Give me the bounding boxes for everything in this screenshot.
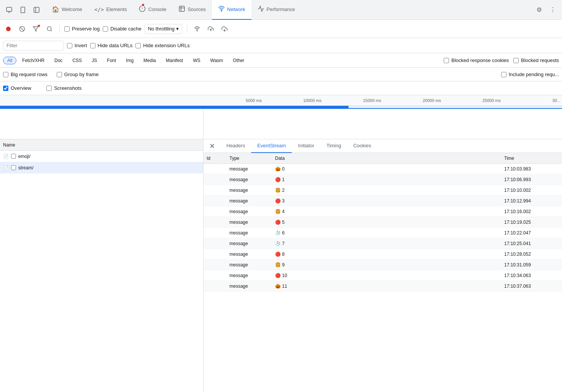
tab-welcome[interactable]: 🏠 Welcome xyxy=(46,0,88,20)
es-row[interactable]: message 🎃 0 17:10:03.983 xyxy=(204,164,562,174)
type-filter-ws[interactable]: WS xyxy=(189,57,204,64)
options-row: Big request rows Group by frame Include … xyxy=(0,68,562,81)
type-filter-css[interactable]: CSS xyxy=(68,57,86,64)
record-button[interactable] xyxy=(3,24,14,34)
tab-performance-label: Performance xyxy=(267,6,295,12)
tab-network[interactable]: Network xyxy=(212,0,252,20)
settings-icon[interactable]: ⚙ xyxy=(533,4,545,16)
tab-sources[interactable]: Sources xyxy=(172,0,212,20)
es-cell-data: 🔴 10 xyxy=(272,273,501,278)
group-by-frame-checkbox[interactable]: Group by frame xyxy=(57,72,99,77)
es-cell-data: 🎃 0 xyxy=(272,166,501,172)
big-request-rows-checkbox[interactable]: Big request rows xyxy=(3,72,48,77)
es-row[interactable]: message 🍔 2 17:10:10.002 xyxy=(204,185,562,196)
timeline-tick-1: 5000 ms xyxy=(204,98,263,103)
preserve-log-checkbox[interactable]: Preserve log xyxy=(64,26,100,32)
wifi-icon[interactable] xyxy=(192,24,202,34)
es-cell-data: 🔴 5 xyxy=(272,220,501,225)
request-row-emoji[interactable]: 📄 emoji/ xyxy=(0,151,203,162)
device-icon[interactable] xyxy=(17,4,29,16)
tab-elements[interactable]: </> Elements xyxy=(88,0,133,20)
es-row[interactable]: message 🔴 1 17:10:06.993 xyxy=(204,174,562,185)
type-filter-media[interactable]: Media xyxy=(139,57,160,64)
es-row[interactable]: message 🧦 6 17:10:22.047 xyxy=(204,228,562,238)
toolbar-divider-1 xyxy=(59,25,60,33)
include-pending-checkbox[interactable]: Include pending requ... xyxy=(501,72,559,77)
type-filter-wasm[interactable]: Wasm xyxy=(206,57,228,64)
detail-tab-timing[interactable]: Timing xyxy=(320,139,347,153)
type-filter-row: All Fetch/XHR Doc CSS JS Font Img Media … xyxy=(0,53,562,68)
svg-marker-12 xyxy=(33,27,38,31)
type-filter-doc[interactable]: Doc xyxy=(50,57,67,64)
timeline-header: 5000 ms 10000 ms 15000 ms 20000 ms 25000… xyxy=(0,95,562,106)
request-row-stream[interactable]: 📄 stream/ xyxy=(0,162,203,174)
type-filter-js[interactable]: JS xyxy=(88,57,101,64)
es-row[interactable]: message 🔴 3 17:10:12.994 xyxy=(204,196,562,206)
network-graph-right xyxy=(204,109,562,139)
tab-console[interactable]: Console xyxy=(133,0,172,20)
svg-line-11 xyxy=(20,27,24,30)
es-row[interactable]: message 🔴 5 17:10:19.025 xyxy=(204,217,562,228)
es-cell-data: 🧦 6 xyxy=(272,230,501,236)
inspect-icon[interactable] xyxy=(3,4,15,16)
es-row[interactable]: message 🎃 11 17:10:37.063 xyxy=(204,281,562,292)
type-filter-img[interactable]: Img xyxy=(122,57,138,64)
es-cell-time: 17:10:19.025 xyxy=(501,220,562,225)
es-cell-time: 17:10:03.983 xyxy=(501,166,562,172)
tab-performance[interactable]: Performance xyxy=(252,0,301,20)
toolbar-divider-2 xyxy=(187,25,187,33)
es-row[interactable]: message 🔴 8 17:10:28.052 xyxy=(204,249,562,260)
request-checkbox-stream[interactable] xyxy=(11,165,16,170)
detail-panel: ✕ Headers EventStream Initiator Timing C… xyxy=(204,139,562,392)
upload-icon[interactable] xyxy=(205,24,216,34)
network-graph-left xyxy=(0,109,204,139)
es-cell-time: 17:10:34.063 xyxy=(501,273,562,278)
filter-toggle-button[interactable] xyxy=(30,24,41,34)
throttle-select[interactable]: No throttling ▾ xyxy=(145,24,182,34)
type-filter-font[interactable]: Font xyxy=(103,57,120,64)
sidebar-icon[interactable] xyxy=(30,4,43,16)
es-row[interactable]: message 🍔 4 17:10:16.002 xyxy=(204,206,562,217)
type-filter-manifest[interactable]: Manifest xyxy=(162,57,187,64)
es-row[interactable]: message 🔴 10 17:10:34.063 xyxy=(204,270,562,281)
detail-tab-initiator[interactable]: Initiator xyxy=(292,139,320,153)
blocked-requests-checkbox[interactable]: Blocked requests xyxy=(513,57,559,63)
download-icon[interactable] xyxy=(219,24,230,34)
blocked-cookies-checkbox[interactable]: Blocked response cookies xyxy=(444,57,509,63)
search-button[interactable] xyxy=(44,24,55,34)
detail-close-button[interactable]: ✕ xyxy=(207,141,217,151)
type-filter-other[interactable]: Other xyxy=(229,57,248,64)
es-cell-time: 17:10:37.063 xyxy=(501,284,562,289)
clear-button[interactable] xyxy=(17,24,27,34)
request-checkbox-emoji[interactable] xyxy=(11,154,16,159)
tab-sources-label: Sources xyxy=(188,6,206,12)
hide-data-urls-checkbox[interactable]: Hide data URLs xyxy=(90,43,133,48)
es-cell-type: message xyxy=(226,220,272,225)
type-filter-all[interactable]: All xyxy=(3,57,16,64)
overview-checkbox[interactable]: Overview xyxy=(3,85,31,91)
detail-tab-cookies[interactable]: Cookies xyxy=(347,139,377,153)
hide-extension-urls-checkbox[interactable]: Hide extension URLs xyxy=(135,43,189,48)
es-cell-time: 17:10:06.993 xyxy=(501,177,562,182)
es-row[interactable]: message 🧦 7 17:10:25.041 xyxy=(204,238,562,249)
es-cell-type: message xyxy=(226,198,272,204)
tab-welcome-label: Welcome xyxy=(62,6,82,12)
es-cell-time: 17:10:16.002 xyxy=(501,209,562,214)
svg-rect-3 xyxy=(34,7,39,13)
timeline-tick-6: 30... xyxy=(502,98,562,103)
timeline-tick-4: 20000 ms xyxy=(383,98,443,103)
es-cell-data: 🧦 7 xyxy=(272,241,501,246)
event-stream-table[interactable]: Id Type Data Time message 🎃 0 17:10:03.9… xyxy=(204,153,562,392)
detail-tab-eventstream[interactable]: EventStream xyxy=(251,139,292,153)
screenshots-checkbox[interactable]: Screenshots xyxy=(46,85,81,91)
es-row[interactable]: message 🍔 9 17:10:31.059 xyxy=(204,260,562,270)
invert-checkbox[interactable]: Invert xyxy=(67,43,87,48)
devtools-toolbar-icons xyxy=(3,4,43,16)
type-filter-fetch[interactable]: Fetch/XHR xyxy=(18,57,49,64)
timeline-tick-2: 10000 ms xyxy=(263,98,323,103)
filter-input[interactable] xyxy=(3,41,64,51)
more-tools-icon[interactable]: ⋮ xyxy=(547,4,559,16)
disable-cache-checkbox[interactable]: Disable cache xyxy=(103,26,142,32)
welcome-icon: 🏠 xyxy=(52,6,59,13)
detail-tab-headers[interactable]: Headers xyxy=(220,139,251,153)
